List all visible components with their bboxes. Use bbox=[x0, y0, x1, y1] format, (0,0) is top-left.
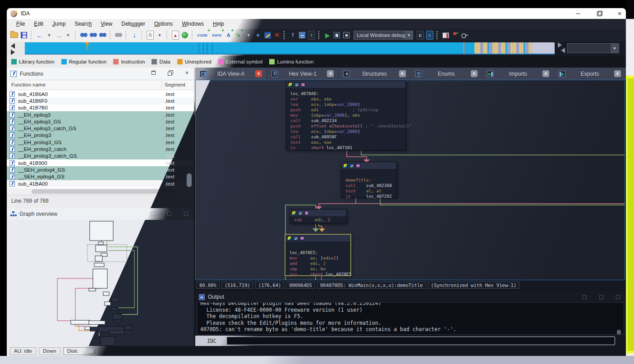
detach-icon[interactable] bbox=[461, 31, 468, 40]
panel-float-icon[interactable] bbox=[168, 70, 173, 75]
functions-column-header[interactable]: Function name Segment bbox=[7, 80, 194, 90]
node-group-icon[interactable] bbox=[300, 236, 304, 241]
function-row-sub-41ba00[interactable]: fsub_41BA00.text bbox=[7, 180, 194, 187]
window-list-icon[interactable] bbox=[299, 31, 306, 40]
function-row-sub-41b6a0[interactable]: fsub_41B6A0.text bbox=[7, 91, 194, 97]
asm-line[interactable]: lea ecx, [ebp+var_2008] bbox=[290, 129, 403, 134]
asm-line[interactable]: loc_4070AD: bbox=[290, 91, 403, 96]
rename-icon[interactable]: A bbox=[147, 31, 154, 40]
make-string-icon[interactable]: 's+ bbox=[235, 31, 243, 40]
node-group-icon[interactable] bbox=[356, 164, 360, 168]
asm-line[interactable] bbox=[289, 245, 348, 250]
panel-maximize-icon[interactable] bbox=[150, 211, 155, 216]
function-row-eh-prolog3-catch[interactable]: f__EH_prolog3_catch.text bbox=[7, 146, 194, 152]
function-row-eh-prolog3-catch-gs[interactable]: f__EH_prolog3_catch_GS.text bbox=[7, 153, 194, 159]
make-string-dropdown-icon[interactable]: ▾ bbox=[245, 31, 252, 40]
node-edit-icon[interactable] bbox=[349, 164, 354, 168]
breakpoint-icon[interactable] bbox=[451, 31, 459, 40]
function-row-eh-prolog3[interactable]: f__EH_prolog3.text bbox=[7, 132, 194, 139]
asm-line[interactable]: loc_4070E5: bbox=[289, 250, 348, 255]
minimize-button[interactable] bbox=[575, 11, 581, 16]
idc-input[interactable] bbox=[226, 337, 615, 345]
save-file-icon[interactable] bbox=[20, 31, 28, 40]
rename-dropdown-icon[interactable]: ▾ bbox=[156, 31, 163, 40]
chevron-down-icon[interactable]: ▼ bbox=[405, 31, 413, 39]
asm-line[interactable]: sub edi, 2 bbox=[294, 217, 344, 223]
asm-line[interactable]: call sub_40958F bbox=[290, 134, 403, 140]
panel-maximize-icon[interactable] bbox=[151, 70, 156, 75]
function-row-sub-41b900[interactable]: fsub_41B900.text bbox=[7, 159, 194, 166]
nav-back-icon[interactable]: ← bbox=[36, 31, 43, 40]
asm-line[interactable]: test al, al bbox=[345, 188, 394, 194]
make-code-icon[interactable]: CODE+ bbox=[197, 31, 210, 40]
nav-forward-dropdown-icon[interactable]: ▾ bbox=[64, 31, 72, 40]
graph-node-demoTitle[interactable]: demoTitle:call sub_40236Btest al, aljz l… bbox=[341, 162, 397, 198]
menu-item-help[interactable]: Help bbox=[209, 20, 228, 28]
node-color-icon[interactable] bbox=[292, 211, 296, 215]
chevron-down-icon[interactable]: ▼ bbox=[611, 44, 619, 53]
tab-enums[interactable]: Enums× bbox=[411, 68, 482, 80]
asm-line[interactable]: lea ecx, [ebp+var_2008] bbox=[290, 102, 403, 107]
nav-back-dropdown-icon[interactable]: ▾ bbox=[46, 31, 53, 40]
asm-line[interactable]: add edi, 2 bbox=[289, 261, 348, 266]
function-row-seh-prolog4-gs[interactable]: f__SEH_prolog4_GS.text bbox=[7, 166, 194, 173]
asm-line[interactable]: xor ebx, ebx bbox=[290, 96, 403, 102]
function-row-eh-prolog3-gs[interactable]: f__EH_prolog3_GS.text bbox=[7, 139, 194, 146]
tab-imports[interactable]: Imports× bbox=[482, 68, 554, 80]
asm-line[interactable]: mov ax, [edi+2] bbox=[289, 255, 348, 261]
tab-close-icon[interactable]: × bbox=[399, 70, 406, 77]
restore-button[interactable] bbox=[596, 11, 602, 16]
attach-process-icon[interactable]: c bbox=[417, 31, 424, 40]
node-header[interactable] bbox=[341, 162, 396, 169]
panel-float-icon[interactable] bbox=[599, 295, 604, 300]
menu-item-options[interactable]: Options bbox=[150, 20, 177, 28]
tab-structures[interactable]: Structures× bbox=[339, 68, 410, 80]
navband-scroll-right[interactable] bbox=[558, 42, 565, 55]
function-row-sub-41b6f0[interactable]: fsub_41B6F0.text bbox=[7, 97, 194, 104]
open-file-icon[interactable] bbox=[10, 31, 18, 40]
graph-node-sub-edi[interactable]: sub edi, 2 bbox=[289, 209, 347, 224]
asm-line[interactable]: push offset aCheckinstall ; "--checkInst… bbox=[290, 123, 403, 129]
menu-item-debugger[interactable]: Debugger bbox=[117, 20, 149, 28]
menu-item-jump[interactable]: Jump bbox=[48, 20, 69, 28]
asm-line[interactable]: jnz short loc_4070E5 bbox=[289, 272, 348, 277]
node-header[interactable] bbox=[286, 81, 405, 88]
ida-view-canvas[interactable]: loc_4070AD:xor ebx, ebxlea ecx, [ebp+var… bbox=[195, 80, 625, 280]
graph-node-loc-4070AD[interactable]: loc_4070AD:xor ebx, ebxlea ecx, [ebp+var… bbox=[286, 81, 406, 150]
analysis-indicator-icon[interactable] bbox=[181, 31, 188, 40]
problems-icon[interactable]: ▲ bbox=[172, 31, 179, 40]
undefine-icon[interactable]: × bbox=[273, 31, 280, 40]
asm-line[interactable] bbox=[345, 172, 394, 177]
graph-node-loc-4070E5[interactable]: loc_4070E5:mov ax, [edi+2]add edi, 2cmp … bbox=[285, 234, 351, 276]
function-row-seh-epilog4-gs[interactable]: f__SEH_epilog4_GS.text bbox=[7, 173, 194, 180]
add-struct-icon[interactable]: + bbox=[254, 31, 262, 40]
node-edit-icon[interactable] bbox=[294, 82, 299, 87]
node-group-icon[interactable] bbox=[301, 82, 305, 87]
asm-line[interactable]: demoTitle: bbox=[345, 177, 394, 183]
search-number-icon[interactable] bbox=[80, 31, 87, 40]
asm-line[interactable]: js short loc_407101 bbox=[290, 145, 403, 150]
function-row-eh-epilog3-gs[interactable]: f__EH_epilog3_GS.text bbox=[7, 118, 194, 125]
search-binary-icon[interactable] bbox=[99, 31, 106, 40]
make-ascii-icon[interactable]: A+ bbox=[226, 31, 233, 40]
tab-hex-view-1[interactable]: Hex View-1× bbox=[267, 68, 339, 80]
stop-process-icon[interactable] bbox=[343, 31, 350, 40]
nav-forward-icon[interactable]: → bbox=[55, 31, 62, 40]
functions-vscrollbar-thumb[interactable] bbox=[187, 173, 192, 187]
menu-item-search[interactable]: Search bbox=[70, 20, 96, 28]
node-color-icon[interactable] bbox=[288, 82, 293, 87]
menu-item-windows[interactable]: Windows bbox=[178, 20, 208, 28]
navband-scroll-left[interactable] bbox=[11, 42, 18, 55]
panel-close-icon[interactable]: × bbox=[184, 70, 189, 75]
tab-close-icon[interactable]: × bbox=[255, 70, 262, 77]
node-edit-icon[interactable] bbox=[294, 236, 298, 241]
panel-float-icon[interactable] bbox=[167, 211, 172, 216]
navigation-band[interactable] bbox=[25, 42, 555, 55]
menu-item-edit[interactable]: Edit bbox=[30, 20, 47, 28]
output-log[interactable]: Hex-Rays Decompiler plugin has been load… bbox=[197, 302, 624, 335]
asm-line[interactable]: call sub_40236B bbox=[345, 183, 394, 188]
make-data-icon[interactable]: DATA+ bbox=[212, 31, 224, 40]
pause-process-icon[interactable] bbox=[333, 31, 340, 40]
asm-line[interactable]: cmp ax, bx bbox=[289, 266, 348, 272]
function-row-sub-41b7b0[interactable]: fsub_41B7B0.text bbox=[7, 105, 194, 111]
